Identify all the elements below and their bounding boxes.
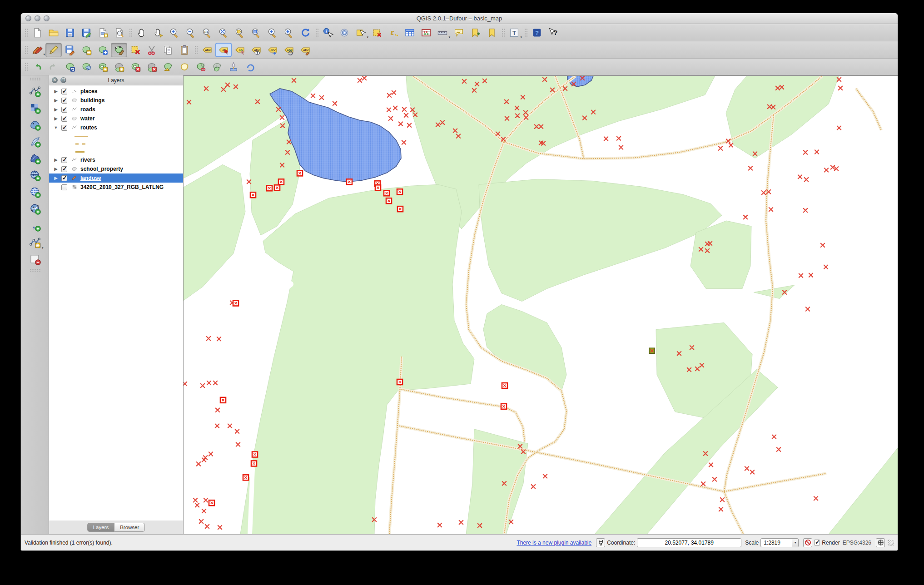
- layer-item-rivers[interactable]: ▶rivers: [49, 155, 183, 164]
- change-label-properties-button[interactable]: abc: [297, 43, 313, 57]
- help-contents-button[interactable]: ?: [529, 25, 545, 40]
- layer-visibility-checkbox[interactable]: [61, 157, 67, 163]
- add-wfs-layer-button[interactable]: [26, 200, 44, 217]
- layer-item-places[interactable]: ▶places: [49, 87, 183, 96]
- text-annotation-button[interactable]: T▾: [506, 25, 522, 40]
- zoom-last-button[interactable]: [264, 25, 281, 40]
- zoom-in-button[interactable]: [166, 25, 183, 40]
- layer-visibility-checkbox[interactable]: [61, 166, 67, 172]
- layer-item-landuse[interactable]: ▶landuse: [49, 174, 183, 183]
- toolbar-grip[interactable]: [315, 28, 318, 38]
- layer-expander-icon[interactable]: ▶: [53, 167, 59, 171]
- pin-label-button[interactable]: ab: [215, 43, 232, 57]
- open-attribute-table-button[interactable]: [402, 25, 418, 40]
- node-tool-button[interactable]: [111, 43, 127, 57]
- layer-visibility-checkbox[interactable]: [61, 184, 67, 190]
- rotate-point-symbols-button[interactable]: [242, 59, 258, 74]
- composer-manager-button[interactable]: [111, 25, 127, 40]
- add-part-button[interactable]: ✳: [111, 59, 127, 74]
- move-feature-button[interactable]: [94, 43, 111, 57]
- layer-expander-icon[interactable]: ▼: [53, 125, 59, 130]
- layer-expander-icon[interactable]: ▶: [53, 107, 59, 112]
- offset-curve-button[interactable]: [176, 59, 193, 74]
- side-toolbar-grip[interactable]: [30, 77, 40, 81]
- add-mssql-layer-button[interactable]: [26, 150, 44, 167]
- coordinate-input[interactable]: [637, 538, 741, 547]
- new-project-button[interactable]: [29, 25, 45, 40]
- zoom-next-button[interactable]: [281, 25, 297, 40]
- layer-visibility-checkbox[interactable]: [61, 107, 67, 113]
- remove-layer-button[interactable]: [26, 251, 44, 268]
- pan-map-button[interactable]: [134, 25, 150, 40]
- undo-button[interactable]: [29, 59, 45, 74]
- add-vector-layer-button[interactable]: [26, 83, 44, 99]
- crs-status-icon[interactable]: [876, 538, 885, 547]
- render-checkbox[interactable]: [814, 540, 820, 545]
- new-bookmark-button[interactable]: [467, 25, 483, 40]
- merge-features-button[interactable]: [209, 59, 225, 74]
- select-features-button[interactable]: ▾: [353, 25, 369, 40]
- show-hide-labels-button[interactable]: abc: [248, 43, 264, 57]
- layer-labeling-button[interactable]: abc: [199, 43, 215, 57]
- stop-rendering-icon[interactable]: [803, 538, 812, 547]
- layer-expander-icon[interactable]: ▶: [53, 116, 59, 121]
- identify-features-button[interactable]: i: [320, 25, 336, 40]
- add-raster-layer-button[interactable]: [26, 99, 44, 116]
- add-postgis-layer-button[interactable]: [26, 116, 44, 133]
- pan-to-selection-button[interactable]: [150, 25, 166, 40]
- resize-grip[interactable]: [888, 540, 894, 546]
- title-bar[interactable]: QGIS 2.0.1–Dufour – basic_map: [21, 13, 898, 24]
- rotate-label-button[interactable]: abc: [281, 43, 297, 57]
- field-calculator-button[interactable]: [418, 25, 434, 40]
- select-features-dropdown-icon[interactable]: ▾: [367, 35, 368, 39]
- toolbar-grip[interactable]: [501, 28, 505, 38]
- simplify-feature-button[interactable]: [78, 59, 94, 74]
- current-edits-button[interactable]: ▾: [29, 43, 45, 57]
- text-annotation-dropdown-icon[interactable]: ▾: [520, 35, 522, 39]
- layer-item-3420C_2010_327_RGB_LATLNG[interactable]: 3420C_2010_327_RGB_LATLNG: [49, 183, 183, 192]
- measure-line-dropdown-icon[interactable]: ▾: [448, 35, 450, 39]
- show-bookmarks-button[interactable]: [483, 25, 500, 40]
- run-feature-action-button[interactable]: [336, 25, 353, 40]
- deselect-features-button[interactable]: [369, 25, 385, 40]
- tab-layers[interactable]: Layers: [87, 523, 115, 532]
- measure-line-button[interactable]: ▾: [434, 25, 451, 40]
- add-feature-button[interactable]: ✳: [78, 43, 94, 57]
- new-shapefile-layer-button[interactable]: ✳▾: [26, 234, 44, 251]
- split-features-button[interactable]: [193, 59, 209, 74]
- whats-this-button[interactable]: ?: [545, 25, 561, 40]
- new-composer-button[interactable]: [94, 25, 111, 40]
- layer-expander-icon[interactable]: ▶: [53, 176, 59, 180]
- layer-visibility-checkbox[interactable]: [61, 175, 67, 181]
- layer-visibility-checkbox[interactable]: [61, 89, 67, 94]
- layer-item-water[interactable]: ▶water: [49, 114, 183, 123]
- zoom-out-button[interactable]: [183, 25, 199, 40]
- highlight-pinned-labels-button[interactable]: ab: [232, 43, 248, 57]
- layer-item-buildings[interactable]: ▶buildings: [49, 96, 183, 105]
- zoom-to-selection-button[interactable]: [232, 25, 248, 40]
- layers-panel-header[interactable]: ✕ ❐ Layers: [49, 75, 183, 85]
- toolbar-grip[interactable]: [24, 62, 28, 72]
- save-project-button[interactable]: [62, 25, 78, 40]
- copy-features-button[interactable]: [160, 43, 176, 57]
- layer-expander-icon[interactable]: ▶: [53, 158, 59, 162]
- new-shapefile-layer-dropdown-icon[interactable]: ▾: [42, 246, 44, 250]
- zoom-full-button[interactable]: [215, 25, 232, 40]
- zoom-actual-size-button[interactable]: 1:1: [199, 25, 215, 40]
- layer-visibility-checkbox[interactable]: [61, 125, 67, 131]
- add-spatialite-layer-button[interactable]: [26, 133, 44, 150]
- side-toolbar-grip[interactable]: [30, 268, 40, 272]
- add-wms-layer-button[interactable]: [26, 167, 44, 183]
- layer-item-roads[interactable]: ▶roads: [49, 105, 183, 114]
- delete-selected-button[interactable]: [127, 43, 144, 57]
- layer-item-routes[interactable]: ▼routes: [49, 123, 183, 132]
- zoom-window-button[interactable]: [44, 15, 50, 21]
- close-window-button[interactable]: [25, 15, 31, 21]
- reshape-features-button[interactable]: [160, 59, 176, 74]
- select-by-expression-button[interactable]: ε: [385, 25, 402, 40]
- add-ring-button[interactable]: ✳: [94, 59, 111, 74]
- toolbar-grip[interactable]: [194, 45, 198, 55]
- redo-button[interactable]: [45, 59, 62, 74]
- scale-combobox[interactable]: 1:2819 ▼: [760, 538, 799, 547]
- minimize-window-button[interactable]: [35, 15, 40, 21]
